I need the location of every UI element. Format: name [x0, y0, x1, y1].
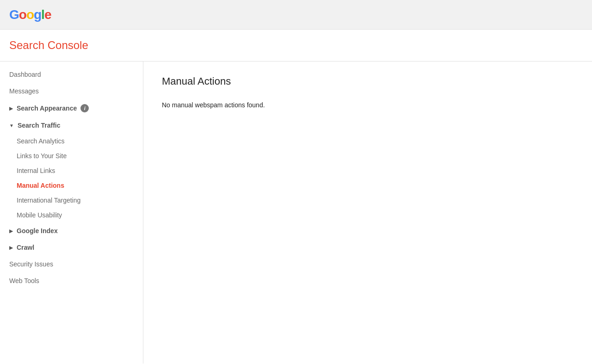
sidebar: Dashboard Messages ▶ Search Appearance i… — [0, 62, 143, 364]
main-layout: Dashboard Messages ▶ Search Appearance i… — [0, 62, 592, 364]
sidebar-item-web-tools[interactable]: Web Tools — [0, 272, 143, 289]
top-bar: Google — [0, 0, 592, 30]
sidebar-item-manual-actions[interactable]: Manual Actions — [0, 178, 143, 193]
title-bar: Search Console — [0, 30, 592, 62]
chevron-right-icon-google-index: ▶ — [9, 228, 13, 234]
sidebar-section-search-traffic[interactable]: ▼ Search Traffic — [0, 117, 143, 134]
logo-e: e — [44, 7, 51, 22]
mobile-usability-label: Mobile Usability — [17, 211, 62, 219]
search-appearance-label: Search Appearance — [17, 105, 77, 112]
page-title: Manual Actions — [162, 75, 574, 87]
sidebar-item-messages[interactable]: Messages — [0, 83, 143, 99]
search-traffic-label: Search Traffic — [18, 122, 61, 129]
messages-label: Messages — [9, 87, 39, 95]
google-index-label: Google Index — [17, 227, 58, 234]
international-targeting-label: International Targeting — [17, 197, 80, 204]
internal-links-label: Internal Links — [17, 167, 55, 174]
logo-l: l — [41, 7, 44, 22]
logo-g2: g — [34, 7, 41, 22]
chevron-down-icon: ▼ — [9, 123, 14, 128]
crawl-label: Crawl — [17, 244, 34, 251]
sidebar-section-search-appearance[interactable]: ▶ Search Appearance i — [0, 99, 143, 117]
dashboard-label: Dashboard — [9, 71, 41, 78]
chevron-right-icon: ▶ — [9, 106, 13, 111]
links-to-your-site-label: Links to Your Site — [17, 152, 67, 160]
security-issues-label: Security Issues — [9, 260, 53, 268]
logo-o2: o — [26, 7, 34, 22]
sidebar-item-international-targeting[interactable]: International Targeting — [0, 193, 143, 208]
no-actions-message: No manual webspam actions found. — [162, 101, 574, 109]
search-analytics-label: Search Analytics — [17, 137, 65, 145]
sidebar-item-internal-links[interactable]: Internal Links — [0, 163, 143, 178]
chevron-right-icon-crawl: ▶ — [9, 245, 13, 250]
manual-actions-label: Manual Actions — [17, 182, 64, 189]
web-tools-label: Web Tools — [9, 277, 39, 284]
info-icon: i — [80, 104, 89, 112]
sidebar-item-search-analytics[interactable]: Search Analytics — [0, 134, 143, 148]
search-console-title: Search Console — [9, 39, 583, 52]
logo-o1: o — [19, 7, 26, 22]
sidebar-item-mobile-usability[interactable]: Mobile Usability — [0, 208, 143, 222]
sidebar-section-crawl[interactable]: ▶ Crawl — [0, 239, 143, 256]
content-area: Manual Actions No manual webspam actions… — [143, 62, 592, 364]
sidebar-item-links-to-your-site[interactable]: Links to Your Site — [0, 148, 143, 163]
sidebar-section-google-index[interactable]: ▶ Google Index — [0, 222, 143, 239]
logo-g: G — [9, 7, 19, 22]
sidebar-item-security-issues[interactable]: Security Issues — [0, 256, 143, 272]
google-logo: Google — [9, 7, 51, 22]
sidebar-item-dashboard[interactable]: Dashboard — [0, 66, 143, 83]
